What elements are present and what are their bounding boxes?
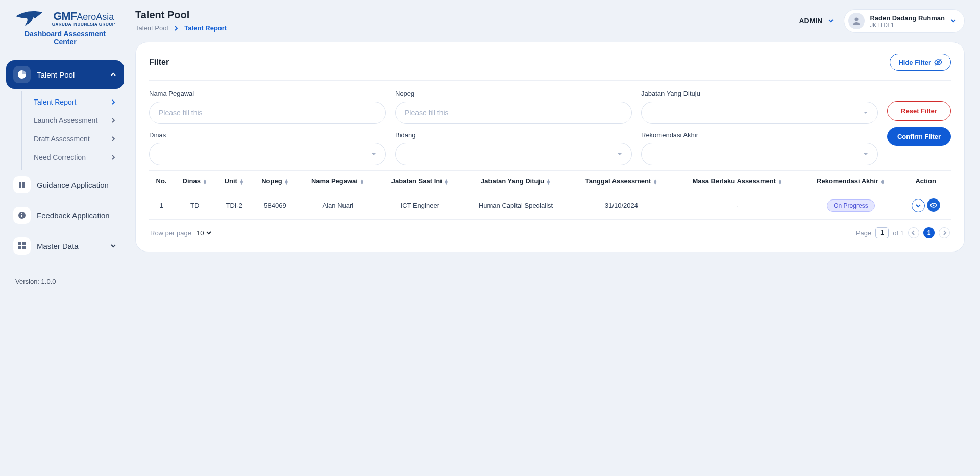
filter-title: Filter — [149, 58, 169, 67]
chevron-down-icon — [827, 17, 835, 24]
chevron-down-icon — [206, 230, 212, 236]
main-nav: Talent Pool Talent Report Launch Assessm… — [0, 60, 130, 262]
brand-name-sub: AeroAsia — [77, 12, 114, 22]
field-dinas: Dinas — [149, 131, 386, 165]
caret-down-icon — [371, 152, 376, 157]
field-label: Nama Pegawai — [149, 90, 386, 97]
confirm-filter-button[interactable]: Confirm Filter — [887, 127, 951, 146]
app-title: Dashboard Assessment Center — [13, 30, 117, 46]
column-header[interactable]: Jabatan Yang Dituju▲▼ — [462, 171, 569, 191]
page-prev-button[interactable] — [908, 227, 919, 238]
sub-item-label: Draft Assessment — [34, 135, 90, 143]
status-badge: On Progress — [827, 199, 874, 212]
table-footer: Row per page 10 Page 1 of 1 1 — [149, 220, 951, 240]
view-row-button[interactable] — [927, 198, 940, 212]
arrow-right-icon — [110, 98, 117, 106]
brand-name-main: GMF — [53, 10, 77, 22]
page-input[interactable]: 1 — [875, 227, 889, 238]
hide-filter-button[interactable]: Hide Filter — [890, 54, 951, 71]
field-label: Bidang — [395, 131, 632, 139]
role-dropdown[interactable]: ADMIN — [799, 17, 835, 25]
data-table: No.Dinas▲▼Unit▲▼Nopeg▲▼Nama Pegawai▲▼Jab… — [149, 170, 951, 220]
page-label: Page — [856, 229, 871, 237]
nav-label: Feedback Application — [37, 211, 110, 220]
column-header[interactable]: Nopeg▲▼ — [252, 171, 298, 191]
nav-item-talent-pool[interactable]: Talent Pool — [6, 60, 124, 89]
nav-label: Guidance Application — [37, 181, 109, 189]
column-header[interactable]: Dinas▲▼ — [174, 171, 216, 191]
field-label: Nopeg — [395, 90, 632, 97]
page-next-button[interactable] — [939, 227, 950, 238]
svg-rect-3 — [18, 242, 21, 245]
nav-item-master-data[interactable]: Master Data — [6, 232, 124, 260]
sub-item-launch-assessment[interactable]: Launch Assessment — [22, 111, 124, 130]
nama-pegawai-input[interactable] — [149, 102, 386, 124]
expand-row-button[interactable] — [912, 199, 925, 212]
breadcrumb: Talent Pool Talent Report — [135, 24, 227, 32]
nav-label: Master Data — [37, 242, 79, 250]
brand-tagline: GARUDA INDONESIA GROUP — [52, 22, 115, 27]
divider — [149, 80, 951, 81]
sub-item-label: Need Correction — [34, 153, 86, 161]
sub-nav: Talent Report Launch Assessment Draft As… — [21, 91, 124, 170]
cell-nama: Alan Nuari — [298, 191, 378, 220]
arrow-right-icon — [110, 117, 117, 124]
column-header[interactable]: Unit▲▼ — [216, 171, 252, 191]
cell-jabatan-saat-ini: ICT Engineer — [378, 191, 462, 220]
column-header[interactable]: Action — [900, 171, 951, 191]
caret-down-icon — [863, 110, 868, 115]
sub-item-need-correction[interactable]: Need Correction — [22, 148, 124, 166]
cell-dinas: TD — [174, 191, 216, 220]
column-header[interactable]: Rekomendasi Akhir▲▼ — [801, 171, 901, 191]
column-header[interactable]: Nama Pegawai▲▼ — [298, 171, 378, 191]
jabatan-dituju-select[interactable] — [641, 102, 878, 124]
sub-item-draft-assessment[interactable]: Draft Assessment — [22, 130, 124, 148]
column-header[interactable]: Tanggal Assessment▲▼ — [569, 171, 674, 191]
nav-item-guidance[interactable]: Guidance Application — [6, 170, 124, 199]
nav-label: Talent Pool — [37, 70, 75, 79]
field-bidang: Bidang — [395, 131, 632, 165]
content-card: Filter Hide Filter Nama Pegawai Nope — [135, 42, 965, 252]
nav-item-feedback[interactable]: Feedback Application — [6, 201, 124, 230]
avatar-icon — [848, 13, 865, 29]
column-header[interactable]: No. — [149, 171, 174, 191]
hide-filter-label: Hide Filter — [898, 59, 931, 66]
reset-filter-button[interactable]: Reset Filter — [887, 101, 951, 121]
svg-point-7 — [855, 18, 859, 21]
table-wrapper: No.Dinas▲▼Unit▲▼Nopeg▲▼Nama Pegawai▲▼Jab… — [149, 170, 951, 220]
column-header[interactable]: Masa Berlaku Assessment▲▼ — [674, 171, 801, 191]
chevron-up-icon — [110, 71, 117, 78]
dinas-select[interactable] — [149, 143, 386, 165]
topbar: Talent Pool Talent Pool Talent Report AD… — [135, 9, 965, 33]
version-label: Version: 1.0.0 — [0, 267, 130, 295]
nopeg-input[interactable] — [395, 102, 632, 124]
svg-rect-5 — [18, 246, 21, 249]
row-per-page-label: Row per page — [150, 229, 191, 237]
page-current-badge[interactable]: 1 — [923, 227, 935, 238]
svg-rect-1 — [21, 215, 22, 217]
column-header[interactable]: Jabatan Saat Ini▲▼ — [378, 171, 462, 191]
chevron-down-icon — [110, 242, 117, 249]
user-menu[interactable]: Raden Dadang Ruhman JKTTDI-1 — [844, 9, 965, 33]
svg-rect-4 — [22, 242, 26, 245]
svg-rect-6 — [22, 246, 26, 249]
role-label: ADMIN — [799, 17, 822, 25]
chevron-right-icon — [173, 25, 179, 31]
brand-logo: GMFAeroAsia GARUDA INDONESIA GROUP Dashb… — [0, 9, 130, 51]
field-nopeg: Nopeg — [395, 90, 632, 124]
eye-off-icon — [934, 58, 942, 66]
cell-no: 1 — [149, 191, 174, 220]
breadcrumb-item[interactable]: Talent Pool — [135, 24, 168, 32]
row-per-page-select[interactable]: 10 — [197, 229, 212, 237]
rekomendasi-akhir-select[interactable] — [641, 143, 878, 165]
book-icon — [13, 176, 31, 193]
sub-item-label: Launch Assessment — [34, 116, 97, 124]
caret-down-icon — [617, 152, 622, 157]
page-of-label: of 1 — [893, 229, 904, 237]
field-label: Jabatan Yang Dituju — [641, 90, 878, 97]
bidang-select[interactable] — [395, 143, 632, 165]
bird-icon — [15, 9, 45, 27]
arrow-right-icon — [110, 135, 117, 142]
sub-item-talent-report[interactable]: Talent Report — [22, 93, 124, 111]
caret-down-icon — [863, 152, 868, 157]
